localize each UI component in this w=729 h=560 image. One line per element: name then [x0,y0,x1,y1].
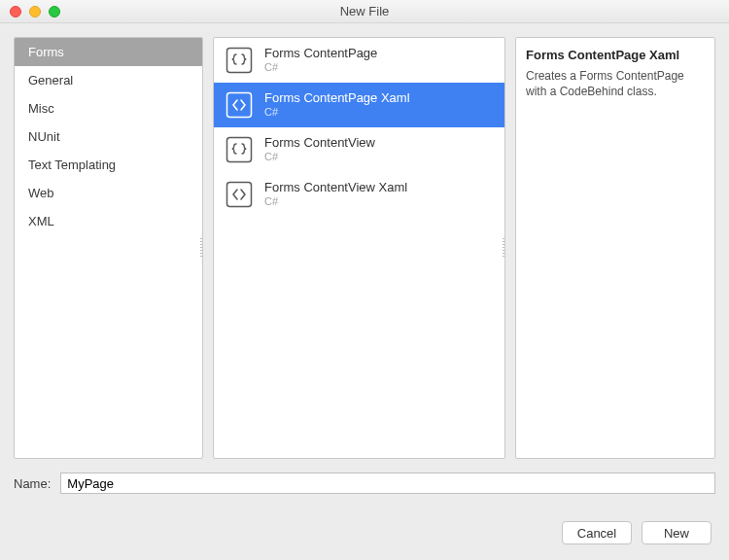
template-item[interactable]: Forms ContentView XamlC# [214,172,504,217]
category-label: Text Templating [28,158,116,172]
template-subtitle: C# [264,195,407,209]
minimize-window-button[interactable] [29,6,41,18]
name-row: Name: [0,469,729,504]
category-item[interactable]: Text Templating [15,151,202,179]
category-item[interactable]: General [15,66,202,94]
template-item[interactable]: Forms ContentViewC# [214,127,504,172]
category-label: Misc [28,101,54,116]
svg-rect-3 [227,183,252,207]
template-item[interactable]: Forms ContentPage XamlC# [214,83,504,127]
window-controls [10,6,60,18]
template-subtitle: C# [264,151,375,164]
angle-brackets-icon [226,91,253,119]
template-title: Forms ContentView Xaml [264,180,407,195]
new-button[interactable]: New [642,521,712,544]
template-title: Forms ContentPage Xaml [264,90,410,106]
cancel-button[interactable]: Cancel [562,521,632,544]
dialog-body: FormsGeneralMiscNUnitText TemplatingWebX… [0,23,729,469]
category-label: General [28,73,73,88]
category-item[interactable]: Misc [15,94,202,122]
template-subtitle: C# [264,106,410,120]
detail-title: Forms ContentPage Xaml [526,48,705,62]
svg-rect-1 [227,93,252,118]
category-item[interactable]: XML [15,207,202,235]
template-subtitle: C# [264,61,377,75]
detail-panel: Forms ContentPage Xaml Creates a Forms C… [515,37,715,459]
detail-description: Creates a Forms ContentPage with a CodeB… [526,68,705,99]
button-bar: Cancel New [0,504,729,560]
svg-rect-2 [227,138,252,162]
angle-brackets-icon [226,181,253,208]
resize-grip-icon[interactable] [503,238,505,258]
category-item[interactable]: Web [15,179,202,207]
template-item[interactable]: Forms ContentPageC# [214,38,504,83]
template-text: Forms ContentViewC# [264,135,375,164]
name-input[interactable] [60,472,715,494]
window-title: New File [0,4,729,18]
template-title: Forms ContentPage [264,46,377,61]
titlebar: New File [0,0,729,23]
close-window-button[interactable] [10,6,21,18]
category-item[interactable]: NUnit [15,122,202,151]
template-panel: Forms ContentPageC#Forms ContentPage Xam… [213,37,505,459]
category-panel: FormsGeneralMiscNUnitText TemplatingWebX… [14,37,203,459]
category-item[interactable]: Forms [15,38,202,66]
template-text: Forms ContentPage XamlC# [264,90,410,120]
svg-rect-0 [227,49,252,73]
template-text: Forms ContentPageC# [264,46,377,75]
category-label: NUnit [28,129,60,144]
zoom-window-button[interactable] [49,6,60,18]
braces-icon [226,47,253,74]
category-label: Forms [28,45,64,59]
resize-grip-icon[interactable] [200,238,203,258]
category-label: Web [28,186,54,200]
category-label: XML [28,214,54,228]
braces-icon [226,136,253,163]
name-label: Name: [14,476,51,491]
template-title: Forms ContentView [264,135,375,151]
template-text: Forms ContentView XamlC# [264,180,407,209]
